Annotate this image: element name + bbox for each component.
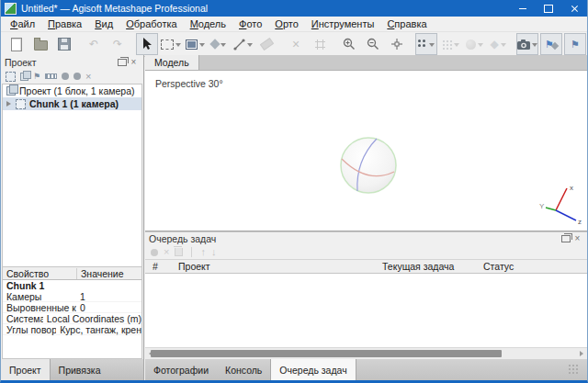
remove-item-button[interactable]: ×: [85, 71, 91, 82]
menu-file[interactable]: Файл: [4, 17, 41, 31]
tab-workspace[interactable]: Проект: [1, 359, 51, 380]
show-labels-button[interactable]: ⚑: [564, 33, 586, 55]
chevron-down-icon[interactable]: [478, 43, 483, 50]
chevron-down-icon[interactable]: [247, 43, 253, 50]
workspace-toolbar: ⚑ ×: [1, 69, 143, 84]
dense-cloud-view-button[interactable]: [439, 33, 461, 55]
axis-z-label: z: [578, 218, 582, 224]
shaded-model-view-button[interactable]: [463, 33, 485, 55]
resize-region-button[interactable]: [184, 33, 206, 55]
menu-tools[interactable]: Инструменты: [305, 17, 381, 31]
column-number[interactable]: #: [145, 261, 178, 272]
rotate-object-button[interactable]: [208, 33, 230, 55]
remove-icon: ×: [85, 72, 91, 82]
clear-tasks-button[interactable]: [175, 247, 183, 258]
crop-selection-button[interactable]: [309, 33, 331, 55]
disable-item-button[interactable]: [74, 71, 81, 82]
column-current-task[interactable]: Текущая задача: [382, 261, 483, 272]
show-markers-button[interactable]: ⚑: [540, 33, 562, 55]
delete-selection-button[interactable]: ×: [285, 33, 307, 55]
run-task-button[interactable]: [151, 247, 158, 258]
navigation-tool-button[interactable]: [136, 33, 158, 55]
chevron-down-icon[interactable]: [199, 43, 205, 50]
move-task-down-button[interactable]: ↓: [211, 247, 217, 258]
enable-item-button[interactable]: [62, 71, 69, 82]
chevron-down-icon[interactable]: [429, 43, 435, 50]
window-title: Untitled* — Agisoft Metashape Profession…: [21, 3, 510, 14]
property-row[interactable]: Углы поворота Курс, тангаж, крен: [3, 324, 141, 335]
menu-workflow[interactable]: Обработка: [119, 17, 183, 31]
tree-item-project[interactable]: Проект (1 блок, 1 камера): [3, 84, 141, 97]
property-row[interactable]: Система координат Local Coordinates (m): [3, 313, 141, 324]
zoom-in-button[interactable]: [338, 33, 360, 55]
add-photos-button[interactable]: [20, 71, 28, 82]
close-button[interactable]: [561, 0, 587, 17]
menu-view[interactable]: Вид: [88, 17, 119, 31]
menu-edit[interactable]: Правка: [41, 17, 88, 31]
scroll-right-arrow[interactable]: [580, 351, 586, 356]
new-project-button[interactable]: [6, 33, 28, 55]
point-cloud-view-button[interactable]: [415, 33, 437, 55]
float-panel-button[interactable]: [116, 57, 128, 68]
add-scalebar-button[interactable]: [45, 71, 57, 82]
save-project-button[interactable]: [53, 33, 75, 55]
close-panel-button[interactable]: ×: [128, 57, 140, 68]
cursor-arrow-icon: [141, 38, 153, 51]
tab-task-queue[interactable]: Очередь задач: [270, 359, 356, 380]
column-value[interactable]: Значение: [77, 268, 124, 279]
menu-help[interactable]: Справка: [380, 17, 433, 31]
task-queue-rows[interactable]: [145, 274, 587, 347]
undo-button[interactable]: ↶: [83, 33, 105, 55]
rectangle-selection-button[interactable]: [160, 33, 182, 55]
chevron-down-icon[interactable]: [175, 43, 181, 50]
toolbar-separator: [191, 247, 192, 257]
free-form-tool-button[interactable]: [255, 33, 277, 55]
redo-button[interactable]: ↷: [107, 33, 129, 55]
add-chunk-icon: [6, 72, 16, 82]
menu-ortho[interactable]: Орто: [268, 17, 304, 31]
resize-grip-icon[interactable]: [568, 364, 580, 376]
horizontal-scrollbar[interactable]: [145, 347, 587, 359]
chevron-down-icon[interactable]: [220, 43, 226, 50]
add-marker-button[interactable]: ⚑: [33, 71, 40, 82]
column-property[interactable]: Свойство: [3, 268, 77, 279]
tab-photos[interactable]: Фотографии: [145, 359, 217, 380]
rotate-object-icon: [209, 39, 220, 49]
minimize-icon: [519, 8, 526, 9]
bottom-dock-tabs: Фотографии Консоль Очередь задач: [145, 359, 587, 380]
axis-gizmo: x Y z: [539, 180, 583, 224]
enable-icon: [62, 73, 69, 80]
add-photos-icon: [20, 73, 28, 81]
column-project[interactable]: Проект: [178, 261, 382, 272]
scrollbar-thumb[interactable]: [151, 350, 502, 357]
close-panel-button[interactable]: ×: [571, 233, 583, 244]
property-row[interactable]: Камеры 1: [3, 291, 141, 302]
tab-console[interactable]: Консоль: [217, 359, 270, 380]
menu-photo[interactable]: Фото: [232, 17, 268, 31]
tab-model[interactable]: Модель: [145, 55, 199, 70]
maximize-icon: [544, 5, 553, 13]
maximize-button[interactable]: [536, 0, 561, 17]
minimize-button[interactable]: [510, 0, 536, 17]
menu-model[interactable]: Модель: [184, 17, 232, 31]
tab-reference[interactable]: Привязка: [51, 359, 109, 380]
move-task-up-button[interactable]: ↑: [200, 247, 206, 258]
ruler-button[interactable]: [232, 33, 254, 55]
open-project-button[interactable]: [29, 33, 51, 55]
reset-view-button[interactable]: [386, 33, 408, 55]
chevron-down-icon[interactable]: [532, 43, 537, 50]
properties-header: Свойство Значение: [3, 267, 141, 280]
chevron-down-icon[interactable]: [454, 43, 459, 50]
tiled-model-view-button[interactable]: ◆: [487, 33, 509, 55]
expander-icon[interactable]: [6, 101, 14, 107]
float-panel-button[interactable]: [560, 233, 571, 244]
show-cameras-button[interactable]: [516, 33, 538, 55]
model-viewport[interactable]: Perspective 30° x Y z: [145, 71, 587, 231]
property-row[interactable]: Выровненные камеры 0: [3, 302, 141, 313]
add-chunk-button[interactable]: [6, 71, 16, 82]
chevron-down-icon[interactable]: [501, 43, 506, 50]
cancel-task-button[interactable]: ×: [164, 247, 169, 258]
zoom-out-button[interactable]: [362, 33, 384, 55]
tree-item-chunk[interactable]: Chunk 1 (1 камера): [3, 97, 141, 110]
column-status[interactable]: Статус: [483, 261, 587, 272]
